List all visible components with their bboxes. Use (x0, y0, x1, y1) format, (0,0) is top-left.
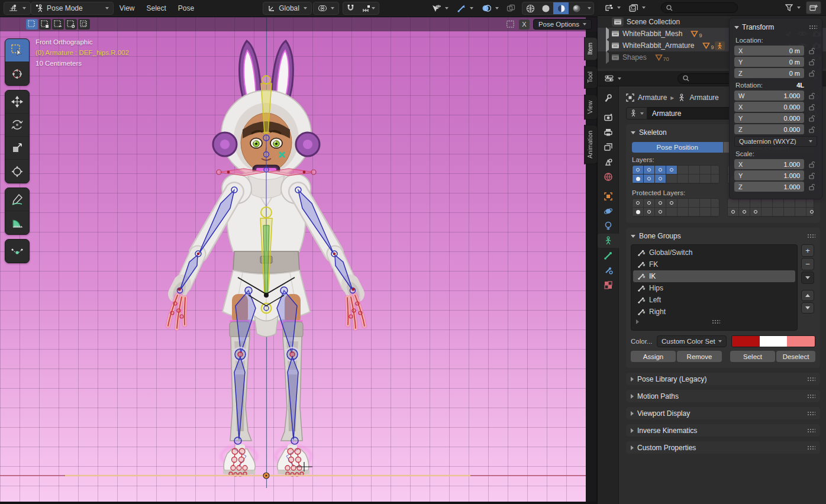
gizmos-toggle[interactable] (453, 2, 477, 15)
sidebar-tab-animation[interactable]: Animation (584, 125, 597, 164)
layer-toggle[interactable] (773, 199, 784, 208)
properties-tab-object-data[interactable] (598, 234, 619, 248)
layer-toggle[interactable] (739, 208, 750, 217)
menu-pose[interactable]: Pose (172, 2, 200, 15)
sidebar-tab-tool[interactable]: Tool (584, 66, 597, 89)
overlays-toggle[interactable] (477, 2, 503, 15)
bone-group-item[interactable]: FK (633, 259, 795, 270)
properties-tab-scene[interactable] (598, 155, 619, 169)
scale-x-field[interactable]: X1.000 (734, 159, 804, 169)
bone-groups-header[interactable]: Bone Groups (631, 230, 815, 242)
measure-tool[interactable] (5, 211, 29, 234)
layer-toggle[interactable] (633, 166, 644, 175)
material-shading-button[interactable] (553, 2, 569, 15)
lock-icon[interactable] (808, 161, 815, 168)
rotation-x-field[interactable]: X0.000 (734, 102, 804, 112)
disclosure-triangle-icon[interactable] (606, 41, 609, 50)
menu-select[interactable]: Select (141, 2, 172, 15)
rendered-shading-button[interactable] (569, 2, 584, 15)
wireframe-shading-button[interactable] (522, 2, 538, 15)
layer-toggle[interactable] (711, 175, 719, 183)
normal-color-swatch[interactable] (732, 336, 760, 347)
properties-tab-constraints[interactable] (598, 219, 619, 233)
layer-toggle[interactable] (689, 166, 700, 175)
breadcrumb-object[interactable]: Armature (638, 93, 667, 102)
select-mode-extend[interactable] (39, 19, 51, 30)
layer-toggle[interactable] (655, 166, 666, 175)
breadcrumb-data[interactable]: Armature (689, 93, 718, 102)
layer-toggle[interactable] (689, 199, 700, 208)
lock-icon[interactable] (808, 115, 815, 122)
collapsed-panel[interactable]: Viewport Display (626, 407, 820, 419)
layer-toggle[interactable] (728, 199, 739, 208)
properties-tab-texture[interactable] (598, 278, 619, 292)
pose-position-button[interactable]: Pose Position (632, 142, 723, 153)
bone-group-item[interactable]: Left (633, 294, 795, 306)
bone-group-item[interactable]: Right (633, 306, 795, 318)
select-mode-set[interactable] (26, 19, 38, 30)
layer-toggle[interactable] (806, 208, 815, 217)
layer-toggle[interactable] (666, 208, 677, 217)
menu-view[interactable]: View (114, 2, 141, 15)
disclosure-triangle-icon[interactable] (606, 30, 609, 38)
rotation-y-field[interactable]: Y0.000 (734, 113, 804, 123)
annotate-tool[interactable] (5, 188, 29, 211)
remove-bone-group-button[interactable]: − (801, 258, 814, 270)
layer-toggle[interactable] (655, 199, 666, 208)
layer-toggle[interactable] (739, 199, 750, 208)
layer-toggle[interactable] (773, 208, 784, 217)
rotate-tool[interactable] (5, 114, 29, 137)
layer-toggle[interactable] (750, 208, 762, 217)
properties-tab-bone-constraints[interactable] (598, 263, 619, 277)
add-bone-group-button[interactable]: + (801, 244, 814, 257)
layer-toggle[interactable] (677, 199, 689, 208)
layer-toggle[interactable] (700, 175, 711, 183)
select-box-tool[interactable] (5, 39, 29, 62)
collapsed-panel[interactable]: Pose Library (Legacy) (626, 373, 820, 385)
shading-options-dropdown[interactable] (584, 2, 593, 15)
sidebar-tab-item[interactable]: Item (584, 37, 597, 60)
select-mode-invert[interactable] (65, 19, 77, 30)
location-z-field[interactable]: Z0 m (734, 68, 804, 78)
scale-tool[interactable] (5, 137, 29, 160)
new-collection-button[interactable] (806, 1, 821, 14)
layer-toggle[interactable] (644, 175, 655, 183)
layer-toggle[interactable] (677, 166, 689, 175)
layer-toggle[interactable] (655, 208, 666, 217)
rotation-mode-dropdown[interactable]: Quaternion (WXYZ) (734, 136, 817, 147)
solid-shading-button[interactable] (538, 2, 553, 15)
outliner-filter-button[interactable] (783, 1, 802, 14)
layer-toggle[interactable] (700, 166, 711, 175)
move-group-down-button[interactable] (801, 302, 814, 314)
sidebar-tab-view[interactable]: View (584, 95, 597, 120)
properties-tab-bone[interactable] (598, 248, 619, 263)
layer-toggle[interactable] (784, 199, 795, 208)
bone-group-item[interactable]: IK (633, 270, 795, 282)
transform-panel-header[interactable]: Transform (734, 21, 817, 33)
lock-icon[interactable] (808, 92, 815, 99)
properties-tab-output[interactable] (598, 125, 619, 140)
bone-groups-specials-menu[interactable] (801, 272, 814, 284)
assign-button[interactable]: Assign (631, 351, 676, 362)
layer-toggle[interactable] (633, 175, 644, 183)
layer-toggle[interactable] (711, 208, 719, 217)
select-mode-intersect[interactable] (78, 19, 90, 30)
properties-tab-object[interactable] (598, 189, 619, 203)
layer-toggle[interactable] (806, 199, 815, 208)
active-color-swatch[interactable] (787, 336, 815, 347)
transform-orientation-selector[interactable]: Global (263, 2, 312, 15)
lock-icon[interactable] (808, 126, 815, 133)
layer-toggle[interactable] (644, 166, 655, 175)
layer-toggle[interactable] (666, 175, 677, 183)
layer-toggle[interactable] (677, 175, 689, 183)
disclosure-triangle-icon[interactable] (606, 53, 609, 62)
properties-tab-world[interactable] (598, 170, 619, 184)
layer-toggle[interactable] (728, 208, 739, 217)
layer-toggle[interactable] (633, 199, 644, 208)
transform-tool[interactable] (5, 160, 29, 183)
location-x-field[interactable]: X0 m (734, 46, 804, 56)
layer-toggle[interactable] (762, 199, 773, 208)
selected-color-swatch[interactable] (760, 336, 788, 347)
location-y-field[interactable]: Y0 m (734, 57, 804, 67)
layer-toggle[interactable] (689, 175, 700, 183)
